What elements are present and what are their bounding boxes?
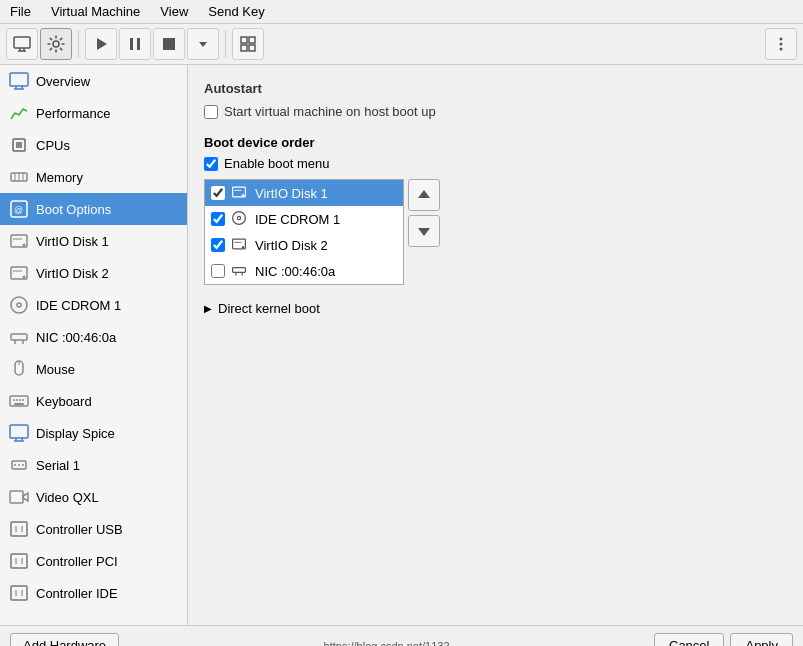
fullscreen-icon [238, 34, 258, 54]
svg-point-4 [53, 41, 59, 47]
boot-icon: @ [8, 198, 30, 220]
svg-point-35 [11, 297, 27, 313]
boot-device-label-virtio-disk-2: VirtIO Disk 2 [255, 238, 328, 253]
sidebar-keyboard-label: Keyboard [36, 394, 92, 409]
controller-ide-icon [8, 582, 30, 604]
svg-point-14 [780, 38, 783, 41]
vm-icon-btn[interactable] [6, 28, 38, 60]
svg-point-30 [23, 244, 26, 247]
fullscreen-btn[interactable] [232, 28, 264, 60]
sidebar-performance-label: Performance [36, 106, 110, 121]
sidebar-display-spice-label: Display Spice [36, 426, 115, 441]
boot-device-cb-ide-cdrom-1[interactable] [211, 212, 225, 226]
dropdown-icon [193, 34, 213, 54]
boot-device-cb-nic[interactable] [211, 264, 225, 278]
memory-icon [8, 166, 30, 188]
sidebar-item-overview[interactable]: Overview [0, 65, 187, 97]
sidebar-boot-options-label: Boot Options [36, 202, 111, 217]
cdrom-icon [8, 294, 30, 316]
sidebar-controller-ide-label: Controller IDE [36, 586, 118, 601]
boot-device-cb-virtio-disk-1[interactable] [211, 186, 225, 200]
toolbar-separator-2 [225, 30, 226, 58]
boot-device-label-virtio-disk-1: VirtIO Disk 1 [255, 186, 328, 201]
menu-file[interactable]: File [4, 2, 37, 21]
disk1-icon [8, 230, 30, 252]
move-up-button[interactable] [408, 179, 440, 211]
mouse-icon [8, 358, 30, 380]
sidebar-item-keyboard[interactable]: Keyboard [0, 385, 187, 417]
svg-rect-12 [241, 45, 247, 51]
sidebar-item-controller-pci[interactable]: Controller PCI [0, 545, 187, 577]
toolbar-separator-1 [78, 30, 79, 58]
nic-icon [8, 326, 30, 348]
extra-btn[interactable] [765, 28, 797, 60]
sidebar-controller-pci-label: Controller PCI [36, 554, 118, 569]
sidebar-ide-cdrom-1-label: IDE CDROM 1 [36, 298, 121, 313]
extra-icon [771, 34, 791, 54]
sidebar-item-mouse[interactable]: Mouse [0, 353, 187, 385]
svg-rect-6 [130, 38, 133, 50]
dropdown-btn[interactable] [187, 28, 219, 60]
sidebar-controller-usb-label: Controller USB [36, 522, 123, 537]
direct-kernel-boot-expander[interactable]: ▶ Direct kernel boot [204, 301, 787, 316]
boot-list-item-virtio-disk-2[interactable]: VirtIO Disk 2 [205, 232, 403, 258]
menu-view[interactable]: View [154, 2, 194, 21]
sidebar-item-video-qxl[interactable]: Video QXL [0, 481, 187, 513]
svg-rect-56 [10, 491, 23, 503]
sidebar-item-boot-options[interactable]: @ Boot Options [0, 193, 187, 225]
svg-rect-13 [249, 45, 255, 51]
boot-device-cb-virtio-disk-2[interactable] [211, 238, 225, 252]
svg-marker-78 [418, 190, 430, 198]
arrow-up-icon [417, 188, 431, 202]
sidebar-item-controller-ide[interactable]: Controller IDE [0, 577, 187, 609]
menu-virtual-machine[interactable]: Virtual Machine [45, 2, 146, 21]
play-btn[interactable] [85, 28, 117, 60]
svg-rect-64 [11, 586, 27, 600]
sidebar-item-virtio-disk-1[interactable]: VirtIO Disk 1 [0, 225, 187, 257]
sidebar-item-display-spice[interactable]: Display Spice [0, 417, 187, 449]
svg-point-55 [22, 464, 24, 466]
svg-text:@: @ [14, 205, 23, 215]
status-url: https://blog.csdn.net/1132 [324, 640, 450, 647]
boot-cdrom-icon [231, 210, 249, 228]
svg-point-71 [237, 216, 240, 219]
serial-icon [8, 454, 30, 476]
performance-icon [8, 102, 30, 124]
play-icon [91, 34, 111, 54]
boot-list-item-ide-cdrom-1[interactable]: IDE CDROM 1 [205, 206, 403, 232]
cancel-button[interactable]: Cancel [654, 633, 724, 646]
svg-point-70 [233, 212, 246, 225]
svg-rect-48 [10, 425, 28, 438]
boot-list-item-virtio-disk-1[interactable]: VirtIO Disk 1 [205, 180, 403, 206]
apply-button[interactable]: Apply [730, 633, 793, 646]
move-down-button[interactable] [408, 215, 440, 247]
svg-rect-22 [16, 142, 22, 148]
enable-boot-menu-checkbox[interactable] [204, 157, 218, 171]
settings-icon [46, 34, 66, 54]
display-icon [8, 422, 30, 444]
add-hardware-button[interactable]: Add Hardware [10, 633, 119, 646]
sidebar-item-performance[interactable]: Performance [0, 97, 187, 129]
sidebar-item-serial-1[interactable]: Serial 1 [0, 449, 187, 481]
menu-send-key[interactable]: Send Key [202, 2, 270, 21]
stop-btn[interactable] [153, 28, 185, 60]
pause-btn[interactable] [119, 28, 151, 60]
svg-point-68 [242, 194, 244, 196]
settings-btn[interactable] [40, 28, 72, 60]
monitor-icon [12, 34, 32, 54]
toolbar [0, 24, 803, 65]
svg-point-16 [780, 48, 783, 51]
sidebar-item-ide-cdrom-1[interactable]: IDE CDROM 1 [0, 289, 187, 321]
sidebar-memory-label: Memory [36, 170, 83, 185]
sidebar-item-nic[interactable]: NIC :00:46:0a [0, 321, 187, 353]
sidebar-mouse-label: Mouse [36, 362, 75, 377]
action-buttons: Cancel Apply [654, 633, 793, 646]
boot-list-item-nic[interactable]: NIC :00:46:0a [205, 258, 403, 284]
arrow-down-icon [417, 224, 431, 238]
sidebar-item-memory[interactable]: Memory [0, 161, 187, 193]
sidebar-item-controller-usb[interactable]: Controller USB [0, 513, 187, 545]
autostart-checkbox[interactable] [204, 105, 218, 119]
sidebar-virtio-disk-1-label: VirtIO Disk 1 [36, 234, 109, 249]
sidebar-item-cpus[interactable]: CPUs [0, 129, 187, 161]
sidebar-item-virtio-disk-2[interactable]: VirtIO Disk 2 [0, 257, 187, 289]
